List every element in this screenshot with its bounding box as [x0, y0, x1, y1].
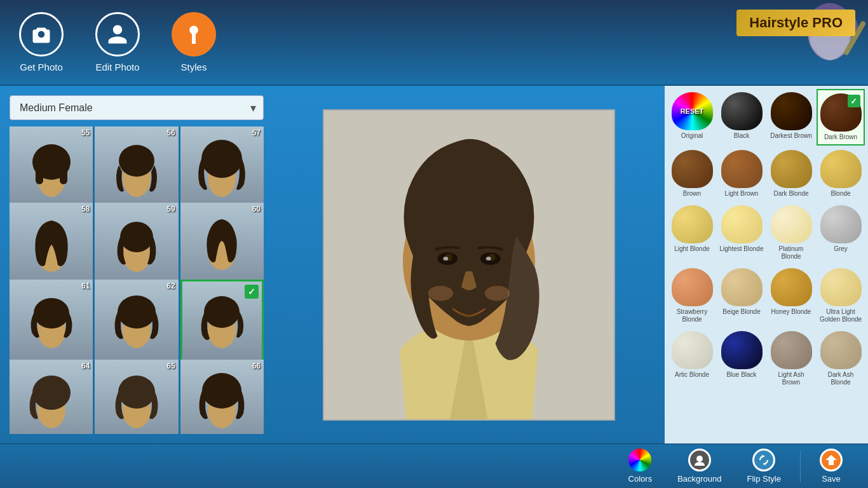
save-button[interactable]: Save — [807, 445, 855, 487]
color-ultra-light-golden-blonde[interactable]: Ultra Light Golden Blonde — [817, 265, 865, 327]
nav-get-photo[interactable]: Get Photo — [19, 12, 64, 72]
color-swatch-light-blonde — [672, 205, 713, 243]
color-original[interactable]: RESET Original — [668, 89, 716, 146]
color-label-lightest-blonde: Lightest Blonde — [720, 245, 764, 253]
color-light-ash-brown[interactable]: Light Ash Brown — [767, 328, 815, 390]
color-swatch-darkest-brown — [771, 92, 812, 130]
svg-point-33 — [443, 257, 448, 261]
color-brown[interactable]: Brown — [668, 147, 716, 201]
style-item-63[interactable]: ✓ — [180, 280, 264, 363]
background-circle-icon — [688, 449, 711, 471]
color-swatch-strawberry-blonde — [672, 268, 713, 306]
colors-label: Colors — [628, 474, 653, 484]
color-darkest-brown[interactable]: Darkest Brown — [767, 89, 815, 146]
color-lightest-blonde[interactable]: Lightest Blonde — [717, 202, 766, 264]
color-light-blonde[interactable]: Light Blonde — [668, 202, 716, 264]
style-preview-62 — [108, 289, 165, 353]
nav-styles[interactable]: Styles — [172, 12, 216, 72]
color-platinum-blonde[interactable]: Platinum Blonde — [767, 202, 815, 264]
color-label-beige-blonde: Beige Blonde — [722, 308, 761, 316]
style-thumb-55 — [10, 126, 93, 210]
style-item-60[interactable]: 60 — [180, 203, 264, 286]
style-item-58[interactable]: 58 — [10, 203, 93, 286]
svg-point-13 — [120, 222, 153, 252]
svg-point-16 — [34, 298, 69, 329]
color-label-darkest-brown: Darkest Brown — [770, 132, 812, 140]
style-category-wrapper: Medium Female Short Female Long Female S… — [10, 95, 264, 120]
color-dark-brown[interactable]: ✓ Dark Brown — [817, 89, 865, 146]
color-black[interactable]: Black — [717, 89, 766, 146]
style-number-64: 64 — [81, 362, 90, 370]
style-preview-65 — [108, 369, 165, 433]
nav-edit-photo[interactable]: Edit Photo — [95, 12, 140, 72]
color-label-light-blonde: Light Blonde — [674, 245, 710, 253]
color-strawberry-blonde[interactable]: Strawberry Blonde — [668, 265, 716, 327]
flip-arrows-icon — [757, 453, 771, 467]
styles-panel: Medium Female Short Female Long Female S… — [0, 86, 273, 444]
color-grey[interactable]: Grey — [817, 202, 865, 264]
style-preview-63 — [193, 289, 250, 353]
color-label-light-ash-brown: Light Ash Brown — [768, 371, 814, 386]
style-item-61[interactable]: 61 — [10, 280, 93, 363]
main-content: Medium Female Short Female Long Female S… — [0, 86, 868, 444]
style-preview-66 — [193, 369, 250, 433]
style-thumb-57 — [180, 126, 264, 210]
color-label-artic-blonde: Artic Blonde — [675, 371, 709, 379]
save-label: Save — [822, 474, 841, 484]
color-swatch-dark-blonde — [771, 150, 812, 188]
style-number-62: 62 — [166, 281, 175, 290]
bottom-toolbar: Colors Background Flip Style — [0, 444, 868, 488]
svg-point-0 — [189, 26, 198, 35]
color-light-brown[interactable]: Light Brown — [717, 147, 766, 201]
style-item-65[interactable]: 65 — [95, 360, 178, 434]
style-number-59: 59 — [166, 205, 175, 214]
reset-text: RESET — [681, 107, 704, 115]
style-preview-64 — [23, 369, 80, 433]
styles-circle — [172, 12, 216, 57]
color-swatch-honey-blonde — [771, 268, 812, 306]
color-swatch-artic-blonde — [672, 331, 713, 369]
flip-style-button[interactable]: Flip Style — [735, 445, 794, 487]
style-item-66[interactable]: 66 — [180, 360, 264, 434]
flip-style-icon — [752, 449, 775, 471]
svg-point-22 — [32, 376, 71, 410]
color-blonde[interactable]: Blonde — [817, 147, 865, 201]
svg-point-20 — [204, 296, 240, 328]
style-item-56[interactable]: 56 — [95, 126, 178, 210]
reset-swatch: RESET — [672, 92, 713, 130]
svg-point-18 — [118, 295, 156, 329]
color-label-strawberry-blonde: Strawberry Blonde — [669, 308, 715, 323]
color-honey-blonde[interactable]: Honey Blonde — [767, 265, 815, 327]
style-selected-check-63: ✓ — [245, 285, 259, 299]
color-beige-blonde[interactable]: Beige Blonde — [717, 265, 766, 327]
svg-point-26 — [202, 373, 241, 409]
style-item-57[interactable]: 57 — [180, 126, 264, 210]
center-preview — [273, 86, 665, 444]
color-label-light-brown: Light Brown — [725, 190, 759, 198]
color-blue-black[interactable]: Blue Black — [717, 328, 766, 390]
color-artic-blonde[interactable]: Artic Blonde — [668, 328, 716, 390]
preview-portrait — [324, 109, 614, 421]
get-photo-circle — [19, 12, 64, 57]
svg-rect-6 — [60, 162, 67, 184]
background-button[interactable]: Background — [665, 445, 734, 487]
colors-button[interactable]: Colors — [616, 445, 665, 487]
camera-icon — [30, 23, 53, 46]
color-swatch-lightest-blonde — [721, 205, 763, 243]
style-item-55[interactable]: 55 — [10, 126, 93, 210]
style-item-59[interactable]: 59 — [95, 203, 178, 286]
style-category-dropdown[interactable]: Medium Female Short Female Long Female S… — [10, 95, 264, 120]
style-preview-55 — [23, 137, 80, 200]
style-thumb-62 — [95, 280, 178, 363]
style-thumb-60 — [180, 203, 264, 286]
color-dark-blonde[interactable]: Dark Blonde — [767, 147, 815, 201]
edit-photo-circle — [95, 12, 140, 57]
style-item-62[interactable]: 62 — [95, 280, 178, 363]
color-dark-ash-blonde[interactable]: Dark Ash Blonde — [817, 328, 865, 390]
color-swatch-light-brown — [721, 150, 763, 188]
header: Get Photo Edit Photo Styles Hairstyle PR… — [0, 0, 868, 86]
color-label-brown: Brown — [683, 190, 701, 198]
style-item-64[interactable]: 64 — [10, 360, 93, 434]
person-bg-icon — [693, 453, 707, 467]
svg-point-36 — [485, 285, 510, 301]
